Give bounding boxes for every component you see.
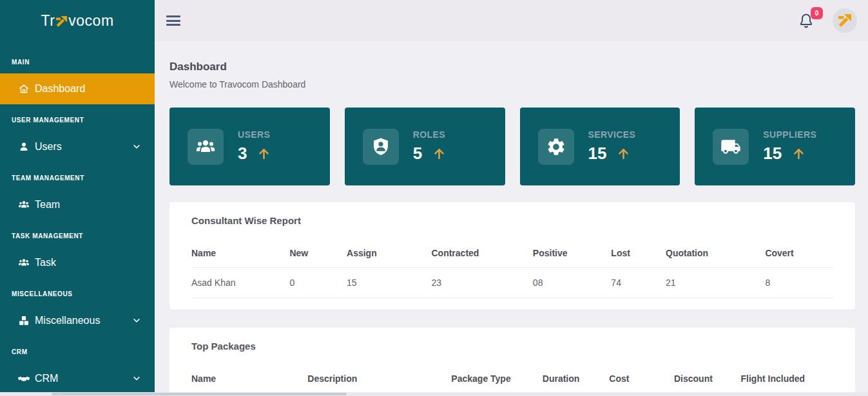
- cell-positive: 08: [533, 268, 612, 298]
- section-label-task-management: TASK MANAGEMENT: [0, 229, 155, 242]
- brand-prefix: Tr: [41, 12, 55, 30]
- section-label-crm: CRM: [0, 345, 155, 358]
- stat-label: USERS: [238, 129, 271, 140]
- main-content: Dashboard Welcome to Travocom Dashboard …: [155, 41, 868, 396]
- cell-new: 0: [289, 268, 347, 298]
- menu-toggle-button[interactable]: [166, 15, 180, 26]
- brand-arrow-icon: [838, 14, 851, 27]
- stat-label: SERVICES: [588, 129, 636, 140]
- column-header: Assign: [347, 240, 431, 268]
- sidebar-item-crm[interactable]: CRM: [0, 363, 155, 394]
- column-header: Positive: [533, 240, 612, 268]
- stat-value: 3: [238, 144, 247, 164]
- topbar: 0: [155, 0, 868, 41]
- column-header: New: [289, 240, 347, 268]
- stat-value: 15: [763, 144, 782, 164]
- sidebar: Tr vocom MAIN Dashboard: [0, 0, 155, 396]
- brand-arrow-icon: [56, 16, 67, 27]
- nav-section-team-management: TEAM MANAGEMENT Team: [0, 171, 155, 220]
- shield-user-icon: [363, 129, 399, 165]
- page-subtitle: Welcome to Travocom Dashboard: [169, 79, 855, 90]
- topbar-right: 0: [798, 8, 857, 33]
- sidebar-item-label: CRM: [35, 373, 133, 384]
- notification-count-badge: 0: [811, 7, 823, 19]
- stat-card-suppliers: SUPPLIERS 15: [695, 108, 855, 185]
- sidebar-item-label: Dashboard: [35, 83, 140, 95]
- sidebar-item-users[interactable]: Users: [0, 131, 155, 162]
- gear-icon: [538, 129, 574, 165]
- horizontal-scrollbar-thumb[interactable]: [52, 393, 347, 395]
- column-header: Name: [191, 240, 289, 268]
- cell-lost: 74: [611, 268, 666, 298]
- chevron-down-icon: [133, 143, 140, 151]
- stat-label: ROLES: [413, 129, 446, 140]
- truck-icon: [713, 129, 749, 165]
- cell-assign: 15: [347, 268, 431, 298]
- nav-section-user-management: USER MANAGEMENT Users: [0, 113, 155, 162]
- sidebar-item-miscellaneous[interactable]: Miscellaneous: [0, 305, 155, 336]
- stat-value: 15: [588, 144, 607, 164]
- consultant-report-table: Name New Assign Contracted Positive Lost…: [191, 240, 833, 298]
- column-header: Description: [307, 366, 451, 393]
- column-header: Cost: [609, 366, 674, 393]
- cell-name: Asad Khan: [191, 268, 289, 298]
- consultant-report-panel: Consultant Wise Report Name New Assign C…: [169, 202, 855, 310]
- page-title: Dashboard: [169, 61, 855, 73]
- notifications-button[interactable]: 0: [798, 12, 815, 30]
- brand-logo[interactable]: Tr vocom: [0, 0, 155, 41]
- sidebar-item-label: Miscellaneous: [35, 315, 133, 326]
- table-row: Asad Khan 0 15 23 08 74 21 8: [191, 268, 833, 298]
- stat-label: SUPPLIERS: [763, 129, 816, 140]
- stat-card-roles: ROLES 5: [345, 108, 505, 185]
- app-screen: Tr vocom MAIN Dashboard: [0, 0, 868, 396]
- column-header: Covert: [765, 240, 833, 268]
- stat-card-services: SERVICES 15: [520, 108, 680, 185]
- brand-suffix: vocom: [68, 12, 113, 30]
- top-packages-table: Name Description Package Type Duration C…: [191, 366, 833, 393]
- cell-covert: 8: [765, 268, 833, 298]
- cell-contracted: 23: [431, 268, 532, 298]
- section-label-user-management: USER MANAGEMENT: [0, 113, 155, 126]
- nav-section-task-management: TASK MANAGEMENT Task: [0, 229, 155, 278]
- chevron-down-icon: [133, 375, 140, 382]
- trend-up-icon: [617, 147, 630, 160]
- stat-cards-row: USERS 3: [169, 108, 855, 185]
- users-group-icon: [188, 129, 224, 165]
- section-label-miscellaneous: MISCELLANEOUS: [0, 287, 155, 300]
- trend-up-icon: [257, 147, 271, 160]
- user-icon: [18, 141, 30, 153]
- sidebar-item-label: Task: [35, 257, 140, 269]
- table-header-row: Name Description Package Type Duration C…: [191, 366, 833, 393]
- column-header: Contracted: [431, 240, 532, 268]
- sidebar-nav: MAIN Dashboard USER MANAGEMENT: [0, 41, 155, 394]
- column-header: Lost: [611, 240, 666, 268]
- cell-quotation: 21: [666, 268, 765, 298]
- column-header: Name: [191, 366, 307, 393]
- column-header: Discount: [674, 366, 741, 393]
- column-header: Duration: [543, 366, 610, 393]
- table-header-row: Name New Assign Contracted Positive Lost…: [191, 240, 833, 268]
- section-label-main: MAIN: [0, 55, 155, 68]
- top-packages-panel: Top Packages Name Description Package Ty…: [169, 328, 855, 396]
- users-group-icon: [18, 257, 30, 269]
- sidebar-item-task[interactable]: Task: [0, 247, 155, 278]
- column-header: Package Type: [451, 366, 542, 393]
- sidebar-item-label: Users: [35, 141, 133, 153]
- horizontal-scrollbar[interactable]: [0, 392, 868, 396]
- home-icon: [18, 83, 30, 95]
- panel-title: Top Packages: [191, 341, 833, 352]
- stat-card-users: USERS 3: [169, 108, 330, 185]
- column-header: Flight Included: [741, 366, 833, 393]
- panel-title: Consultant Wise Report: [191, 215, 833, 226]
- stat-value: 5: [413, 144, 422, 164]
- section-label-team-management: TEAM MANAGEMENT: [0, 171, 155, 184]
- users-group-icon: [18, 199, 30, 211]
- chevron-down-icon: [133, 317, 140, 325]
- nav-section-crm: CRM CRM: [0, 345, 155, 394]
- cubes-icon: [18, 315, 30, 326]
- brand-logo-text: Tr vocom: [41, 12, 113, 30]
- nav-section-miscellaneous: MISCELLANEOUS Miscellaneous: [0, 287, 155, 336]
- sidebar-item-dashboard[interactable]: Dashboard: [0, 73, 155, 104]
- user-avatar[interactable]: [833, 8, 857, 33]
- sidebar-item-team[interactable]: Team: [0, 189, 155, 220]
